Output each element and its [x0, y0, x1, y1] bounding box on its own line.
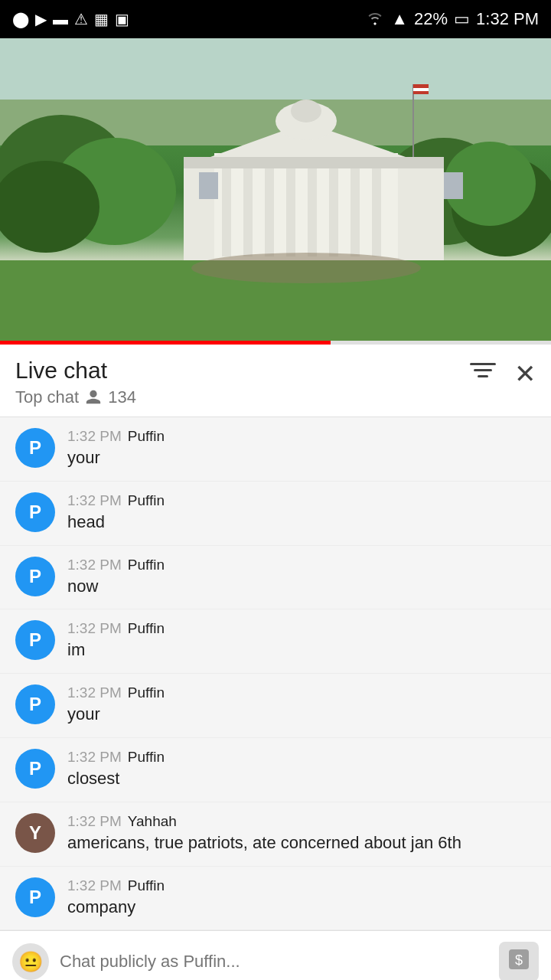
avatar: P	[15, 749, 55, 789]
chat-message: P 1:32 PM Puffin your	[0, 417, 551, 482]
message-author: Yahhah	[128, 813, 177, 830]
message-time: 1:32 PM	[67, 684, 122, 701]
person-icon	[85, 389, 102, 406]
battery-icon: ▭	[454, 9, 470, 29]
wifi-icon	[365, 8, 385, 30]
svg-rect-21	[184, 157, 444, 168]
message-author: Puffin	[128, 877, 165, 894]
time-display: 1:32 PM	[476, 9, 539, 29]
message-time: 1:32 PM	[67, 749, 122, 766]
svg-rect-16	[350, 157, 360, 256]
emoji-button[interactable]: 😐	[12, 943, 49, 980]
chat-message: P 1:32 PM Puffin company	[0, 867, 551, 931]
avatar: P	[15, 684, 55, 724]
chat-header-info: Live chat Top chat 134	[15, 357, 136, 407]
chat-message: P 1:32 PM Puffin your	[0, 674, 551, 738]
svg-rect-9	[214, 153, 398, 260]
chat-header: Live chat Top chat 134 ✕	[0, 345, 551, 417]
message-text: americans, true patriots, ate concerned …	[67, 831, 536, 855]
message-author: Puffin	[128, 620, 165, 637]
svg-rect-17	[372, 157, 381, 256]
signal-icon: ▲	[391, 9, 408, 29]
chat-header-actions: ✕	[470, 360, 536, 387]
icon-folder: ▬	[53, 11, 68, 28]
message-text: head	[67, 511, 536, 534]
emoji-icon: 😐	[18, 950, 43, 974]
message-author: Puffin	[128, 749, 165, 766]
message-time: 1:32 PM	[67, 428, 122, 445]
status-right: ▲ 22% ▭ 1:32 PM	[365, 8, 539, 30]
svg-rect-13	[286, 157, 295, 256]
message-content: 1:32 PM Puffin head	[67, 492, 536, 534]
message-meta: 1:32 PM Puffin	[67, 877, 536, 894]
message-author: Puffin	[128, 428, 165, 445]
status-icons: ⬤ ▶ ▬ ⚠ ▦ ▣	[12, 10, 129, 28]
icon-m: ⬤	[12, 10, 29, 28]
message-author: Puffin	[128, 684, 165, 701]
message-author: Puffin	[128, 492, 165, 509]
icon-image: ▦	[94, 10, 109, 28]
chat-subtitle: Top chat 134	[15, 387, 136, 407]
svg-rect-10	[222, 157, 231, 256]
video-image	[0, 38, 551, 345]
avatar: P	[15, 492, 55, 532]
message-text: now	[67, 575, 536, 599]
message-meta: 1:32 PM Yahhah	[67, 813, 536, 830]
filter-icon	[470, 360, 496, 381]
message-text: your	[67, 703, 536, 727]
message-text: company	[67, 896, 536, 920]
message-content: 1:32 PM Puffin your	[67, 428, 536, 470]
message-content: 1:32 PM Puffin company	[67, 877, 536, 920]
dollar-icon: $	[507, 948, 530, 971]
message-text: closest	[67, 767, 536, 791]
svg-point-28	[191, 253, 421, 283]
message-content: 1:32 PM Yahhah americans, true patriots,…	[67, 813, 536, 855]
chat-panel: Live chat Top chat 134 ✕ P	[0, 345, 551, 980]
status-bar: ⬤ ▶ ▬ ⚠ ▦ ▣ ▲ 22% ▭ 1:32 PM	[0, 0, 551, 38]
video-progress-bar[interactable]	[0, 341, 551, 345]
chat-text-input[interactable]	[60, 952, 488, 972]
icon-alert: ⚠	[74, 10, 88, 28]
video-player[interactable]	[0, 38, 551, 345]
message-meta: 1:32 PM Puffin	[67, 428, 536, 445]
message-time: 1:32 PM	[67, 877, 122, 894]
chat-message: P 1:32 PM Puffin head	[0, 482, 551, 546]
svg-rect-15	[329, 157, 338, 256]
chat-title: Live chat	[15, 357, 136, 384]
icon-grid: ▣	[115, 10, 129, 28]
send-button[interactable]: $	[499, 942, 539, 980]
chat-message: Y 1:32 PM Yahhah americans, true patriot…	[0, 802, 551, 867]
filter-button[interactable]	[470, 360, 496, 387]
viewer-count: 134	[108, 387, 136, 407]
chat-message: P 1:32 PM Puffin im	[0, 609, 551, 674]
icon-play: ▶	[35, 10, 47, 28]
video-progress-fill	[0, 341, 331, 345]
svg-rect-23	[444, 172, 463, 199]
battery-percent: 22%	[414, 9, 448, 29]
close-button[interactable]: ✕	[514, 361, 536, 387]
message-content: 1:32 PM Puffin closest	[67, 749, 536, 791]
message-text: your	[67, 446, 536, 470]
message-meta: 1:32 PM Puffin	[67, 684, 536, 701]
message-author: Puffin	[128, 557, 165, 573]
avatar: P	[15, 877, 55, 917]
message-meta: 1:32 PM Puffin	[67, 492, 536, 509]
avatar: P	[15, 620, 55, 660]
svg-rect-12	[265, 157, 274, 256]
message-time: 1:32 PM	[67, 813, 122, 830]
send-icon: $	[507, 948, 530, 975]
avatar: Y	[15, 813, 55, 853]
svg-rect-26	[413, 88, 429, 91]
message-time: 1:32 PM	[67, 620, 122, 637]
svg-point-20	[291, 100, 321, 122]
svg-rect-31	[478, 375, 488, 377]
message-meta: 1:32 PM Puffin	[67, 620, 536, 637]
svg-rect-22	[199, 172, 218, 199]
message-content: 1:32 PM Puffin your	[67, 684, 536, 727]
video-frame	[0, 38, 551, 345]
avatar: P	[15, 557, 55, 596]
svg-rect-30	[474, 369, 492, 371]
svg-rect-14	[308, 157, 317, 256]
svg-rect-11	[243, 157, 253, 256]
message-time: 1:32 PM	[67, 557, 122, 573]
